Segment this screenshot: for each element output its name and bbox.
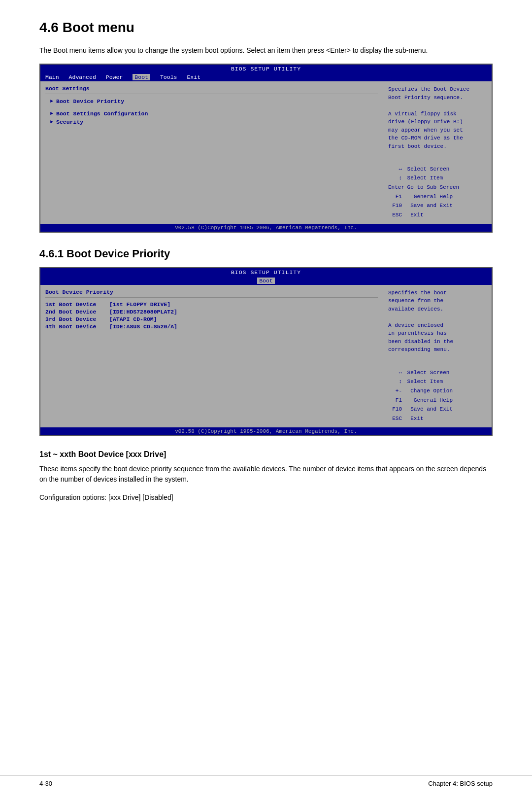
menu-boot-active[interactable]: Boot — [133, 74, 150, 80]
menu-advanced[interactable]: Advanced — [69, 74, 96, 80]
bios-sub-group-1: ► Boot Settings Configuration ► Security — [45, 109, 378, 126]
arrow-icon-2: ► — [50, 111, 53, 116]
bios-item-boot-device-priority[interactable]: ► Boot Device Priority — [45, 97, 378, 105]
menu-boot-2-active[interactable]: Boot — [257, 278, 275, 284]
bios-left-2: Boot Device Priority 1st Boot Device [1s… — [40, 285, 383, 427]
menu-tools[interactable]: Tools — [160, 74, 177, 80]
bios-section-header-1: Boot Settings — [45, 85, 378, 92]
section-461: 4.6.1 Boot Device Priority — [39, 247, 493, 260]
device-row-1[interactable]: 1st Boot Device [1st FLOPPY DRIVE] — [45, 301, 378, 308]
footer-chapter: Chapter 4: BIOS setup — [428, 780, 493, 787]
subsection-body1: These items specify the boot device prio… — [39, 464, 493, 485]
bios-body-1: Boot Settings ► Boot Device Priority ► B… — [40, 81, 492, 224]
device-row-3[interactable]: 3rd Boot Device [ATAPI CD-ROM] — [45, 315, 378, 323]
page-footer: 4-30 Chapter 4: BIOS setup — [0, 775, 532, 787]
device-row-4[interactable]: 4th Boot Device [IDE:ASUS CD-S520/A] — [45, 323, 378, 330]
menu-exit[interactable]: Exit — [187, 74, 200, 80]
bios-menu-bar-2: Boot — [40, 277, 492, 285]
arrow-icon-3: ► — [50, 119, 53, 125]
intro-text: The Boot menu items allow you to change … — [39, 45, 493, 56]
bios-right-2: Specifies the bootsequence from theavail… — [383, 285, 492, 427]
bios-body-2: Boot Device Priority 1st Boot Device [1s… — [40, 285, 492, 427]
bios-screen-2: BIOS SETUP UTILITY Boot Boot Device Prio… — [39, 267, 493, 436]
menu-power[interactable]: Power — [106, 74, 123, 80]
bios-item-boot-settings-config[interactable]: ► Boot Settings Configuration — [45, 109, 378, 118]
bios-footer-2: v02.58 (C)Copyright 1985-2006, American … — [40, 427, 492, 435]
bios-screen-1: BIOS SETUP UTILITY Main Advanced Power B… — [39, 64, 493, 233]
bios-left-1: Boot Settings ► Boot Device Priority ► B… — [40, 81, 383, 224]
subsection-boot-device: 1st ~ xxth Boot Device [xxx Drive] These… — [39, 450, 493, 503]
section-461-title: 4.6.1 Boot Device Priority — [39, 247, 493, 260]
subsection-title: 1st ~ xxth Boot Device [xxx Drive] — [39, 450, 493, 459]
footer-page-number: 4-30 — [39, 780, 52, 787]
bios-section-header-2: Boot Device Priority — [45, 289, 378, 295]
page-title: 4.6 Boot menu — [39, 20, 493, 35]
bios-keys-2: ↔ Select Screen ↕ Select Item +- Change … — [388, 359, 487, 423]
subsection-body2: Configuration options: [xxx Drive] [Disa… — [39, 492, 493, 503]
bios-menu-bar-1: Main Advanced Power Boot Tools Exit — [40, 73, 492, 81]
bios-right-1: Specifies the Boot DeviceBoot Priority s… — [383, 81, 492, 224]
bios-footer-1: v02.58 (C)Copyright 1985-2006, American … — [40, 224, 492, 232]
bios-title-bar-1: BIOS SETUP UTILITY — [40, 65, 492, 73]
menu-main[interactable]: Main — [45, 74, 59, 80]
bios-keys-1: ↔ Select Screen ↕ Select Item Enter Go t… — [388, 155, 487, 220]
device-row-2[interactable]: 2nd Boot Device [IDE:HDS728080PLAT2] — [45, 308, 378, 315]
bios-item-security[interactable]: ► Security — [45, 118, 378, 126]
arrow-icon-1: ► — [50, 99, 53, 104]
bios-title-bar-2: BIOS SETUP UTILITY — [40, 268, 492, 277]
